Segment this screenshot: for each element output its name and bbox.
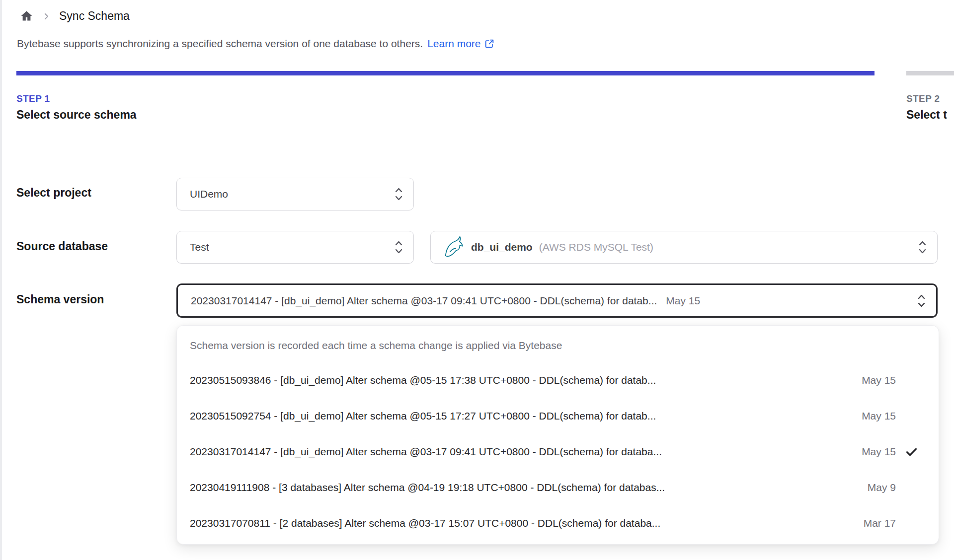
select-arrows-icon: [918, 239, 927, 255]
select-arrows-icon: [394, 186, 403, 202]
chevron-right-icon: [42, 12, 51, 21]
page-title: Sync Schema: [59, 9, 130, 23]
version-option[interactable]: 20230419111908 - [3 databases] Alter sch…: [177, 470, 939, 505]
project-select[interactable]: UIDemo: [176, 178, 414, 210]
learn-more-link[interactable]: Learn more: [427, 38, 494, 50]
project-select-value: UIDemo: [190, 188, 228, 200]
content-left-divider: [0, 0, 2, 560]
step2-title: Select t: [906, 108, 947, 122]
learn-more-label: Learn more: [427, 38, 480, 50]
step1-label: STEP 1: [16, 93, 50, 104]
version-option[interactable]: 20230515093846 - [db_ui_demo] Alter sche…: [177, 362, 939, 398]
version-option-date: May 15: [852, 446, 896, 458]
step1-progress-bar: [16, 71, 874, 75]
version-option-text: 20230419111908 - [3 databases] Alter sch…: [190, 482, 665, 493]
intro-text: Bytebase supports synchronizing a specif…: [17, 38, 423, 50]
version-dropdown: Schema version is recorded each time a s…: [176, 325, 939, 545]
selected-check-icon: [904, 445, 919, 459]
version-option-list: 20230515093846 - [db_ui_demo] Alter sche…: [177, 362, 939, 541]
step2-label: STEP 2: [906, 93, 940, 104]
select-arrows-icon: [917, 293, 926, 309]
home-icon[interactable]: [20, 9, 33, 23]
database-select[interactable]: db_ui_demo (AWS RDS MySQL Test): [430, 231, 938, 264]
version-option-date: May 15: [852, 374, 896, 386]
mysql-icon: [444, 236, 465, 259]
schema-version-date: May 15: [666, 295, 700, 307]
intro-line: Bytebase supports synchronizing a specif…: [17, 38, 494, 50]
database-name: db_ui_demo: [471, 241, 533, 253]
step1-title: Select source schema: [16, 108, 137, 122]
version-dropdown-hint: Schema version is recorded each time a s…: [177, 326, 939, 362]
version-option[interactable]: 20230515092754 - [db_ui_demo] Alter sche…: [177, 398, 939, 434]
version-option-text: 20230515093846 - [db_ui_demo] Alter sche…: [190, 374, 656, 386]
external-link-icon: [484, 39, 494, 49]
version-option[interactable]: 20230317014147 - [db_ui_demo] Alter sche…: [177, 434, 939, 470]
schema-version-label: Schema version: [16, 293, 104, 306]
select-project-label: Select project: [16, 186, 91, 200]
version-option-date: May 9: [858, 482, 896, 493]
version-option-date: May 15: [852, 410, 896, 422]
select-arrows-icon: [394, 239, 403, 255]
version-option-text: 20230317014147 - [db_ui_demo] Alter sche…: [190, 446, 662, 458]
breadcrumb: Sync Schema: [20, 9, 130, 23]
environment-select[interactable]: Test: [176, 231, 414, 264]
version-option-text: 20230515092754 - [db_ui_demo] Alter sche…: [190, 410, 656, 422]
source-database-label: Source database: [16, 240, 108, 253]
step2-progress-bar: [906, 71, 954, 75]
version-option[interactable]: 20230317070811 - [2 databases] Alter sch…: [177, 505, 939, 541]
schema-version-select[interactable]: 20230317014147 - [db_ui_demo] Alter sche…: [176, 283, 938, 318]
version-option-date: Mar 17: [854, 517, 896, 529]
version-option-text: 20230317070811 - [2 databases] Alter sch…: [190, 517, 660, 529]
schema-version-value: 20230317014147 - [db_ui_demo] Alter sche…: [191, 295, 657, 307]
environment-select-value: Test: [190, 241, 209, 253]
database-instance: (AWS RDS MySQL Test): [539, 241, 653, 253]
